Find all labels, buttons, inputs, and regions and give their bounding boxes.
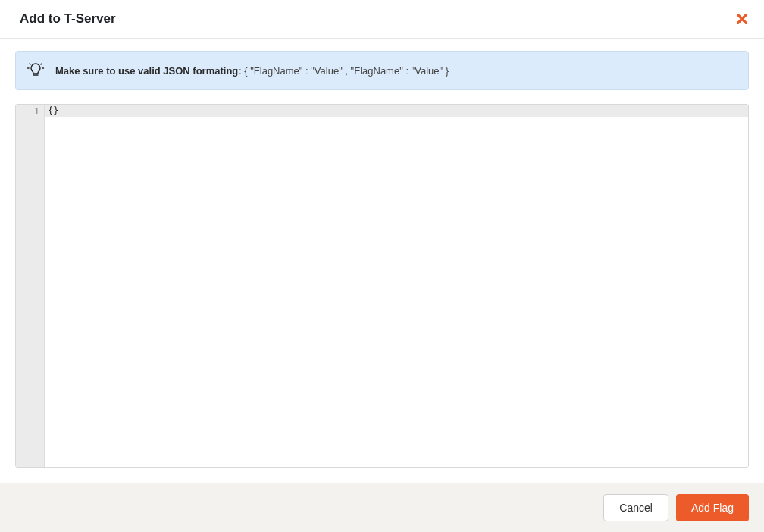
banner-text: Make sure to use valid JSON formating: {… xyxy=(55,65,449,77)
svg-line-4 xyxy=(30,64,30,64)
dialog-header: Add to T-Server xyxy=(0,0,764,39)
add-flag-button[interactable]: Add Flag xyxy=(676,494,749,521)
editor-body[interactable]: {} xyxy=(45,105,748,467)
dialog-footer: Cancel Add Flag xyxy=(0,483,764,532)
lightbulb-icon xyxy=(27,61,45,80)
json-editor[interactable]: 1 {} xyxy=(15,104,749,468)
editor-line-number: 1 xyxy=(16,105,39,117)
cancel-button[interactable]: Cancel xyxy=(603,494,668,521)
editor-line[interactable]: {} xyxy=(45,105,748,117)
editor-gutter: 1 xyxy=(16,105,45,467)
svg-line-5 xyxy=(41,64,42,64)
dialog-content: Make sure to use valid JSON formating: {… xyxy=(0,39,764,483)
editor-cursor xyxy=(58,105,58,116)
close-icon[interactable] xyxy=(735,12,749,26)
dialog-title: Add to T-Server xyxy=(20,11,116,27)
banner-example-text: { "FlagName" : "Value" , "FlagName" : "V… xyxy=(244,65,449,77)
info-banner: Make sure to use valid JSON formating: {… xyxy=(15,51,749,90)
banner-bold-text: Make sure to use valid JSON formating: xyxy=(55,65,242,77)
